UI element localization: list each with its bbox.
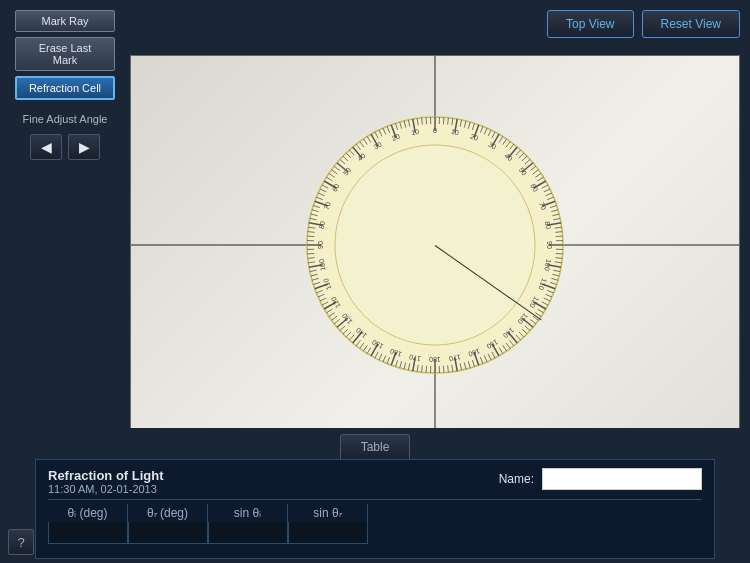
name-row: Name: — [499, 468, 702, 490]
svg-text:0: 0 — [433, 127, 437, 134]
erase-last-mark-button[interactable]: Erase Last Mark — [15, 37, 115, 71]
table-columns: θᵢ (deg)θᵣ (deg)sin θᵢsin θᵣ — [48, 499, 702, 522]
table-cell — [288, 522, 368, 544]
svg-text:10: 10 — [450, 128, 459, 136]
table-title: Refraction of Light — [48, 468, 164, 483]
main-canvas: 0102030405060708090100110120130140150160… — [130, 55, 740, 435]
table-header-row: Refraction of Light 11:30 AM, 02-01-2013… — [48, 468, 702, 495]
name-input[interactable] — [542, 468, 702, 490]
name-label: Name: — [499, 472, 534, 486]
svg-text:180: 180 — [429, 356, 441, 363]
column-header: sin θᵣ — [288, 504, 368, 522]
svg-text:90: 90 — [317, 241, 324, 249]
table-title-block: Refraction of Light 11:30 AM, 02-01-2013 — [48, 468, 164, 495]
left-sidebar: Mark Ray Erase Last Mark Refraction Cell… — [0, 0, 130, 430]
top-view-button[interactable]: Top View — [547, 10, 633, 38]
svg-text:80: 80 — [544, 221, 552, 230]
column-header: θᵢ (deg) — [48, 504, 128, 522]
table-cell — [128, 522, 208, 544]
table-tab-button[interactable]: Table — [340, 434, 411, 459]
arrow-controls: ◀ ▶ — [30, 134, 100, 160]
bottom-area: Table Refraction of Light 11:30 AM, 02-0… — [0, 428, 750, 563]
column-header: θᵣ (deg) — [128, 504, 208, 522]
fine-adjust-label: Fine Adjust Angle — [22, 113, 107, 125]
arrow-left-button[interactable]: ◀ — [30, 134, 62, 160]
help-button[interactable]: ? — [8, 529, 34, 555]
table-data-row — [48, 522, 702, 544]
view-buttons: Top View Reset View — [547, 10, 740, 38]
table-date: 11:30 AM, 02-01-2013 — [48, 483, 164, 495]
arrow-right-button[interactable]: ▶ — [68, 134, 100, 160]
reset-view-button[interactable]: Reset View — [642, 10, 740, 38]
refraction-cell-button[interactable]: Refraction Cell — [15, 76, 115, 100]
table-cell — [208, 522, 288, 544]
svg-text:80: 80 — [318, 221, 326, 230]
svg-text:10: 10 — [411, 128, 420, 136]
svg-text:90: 90 — [546, 241, 553, 249]
column-header: sin θᵢ — [208, 504, 288, 522]
mark-ray-button[interactable]: Mark Ray — [15, 10, 115, 32]
data-table-panel: Refraction of Light 11:30 AM, 02-01-2013… — [35, 459, 715, 559]
table-cell — [48, 522, 128, 544]
